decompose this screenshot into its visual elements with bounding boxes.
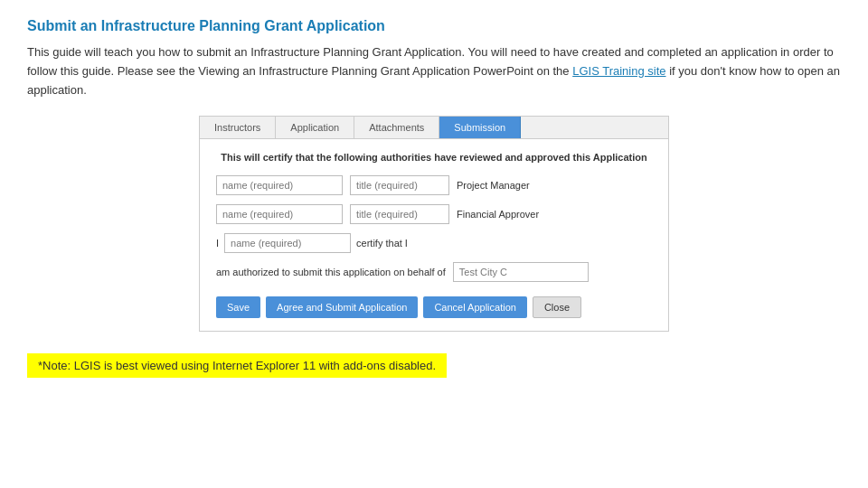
certify-prefix: I	[216, 238, 219, 249]
page-title: Submit an Infrastructure Planning Grant …	[27, 18, 841, 34]
project-manager-row: Project Manager	[216, 175, 652, 195]
certify-suffix: certify that I	[356, 238, 408, 249]
tab-bar: Instructors Application Attachments Subm…	[200, 117, 668, 139]
behalf-value-input[interactable]	[453, 262, 589, 282]
project-manager-role-label: Project Manager	[457, 180, 530, 191]
form-area: This will certify that the following aut…	[200, 139, 668, 331]
certify-row: I certify that I	[216, 233, 652, 253]
financial-approver-name-input[interactable]	[216, 204, 343, 224]
lgis-training-link[interactable]: LGIS Training site	[572, 64, 665, 78]
tab-attachments[interactable]: Attachments	[354, 117, 439, 138]
save-button[interactable]: Save	[216, 296, 260, 318]
agree-submit-button[interactable]: Agree and Submit Application	[266, 296, 418, 318]
project-manager-name-input[interactable]	[216, 175, 343, 195]
note-bar: *Note: LGIS is best viewed using Interne…	[27, 353, 447, 378]
financial-approver-title-input[interactable]	[350, 204, 449, 224]
financial-approver-row: Financial Approver	[216, 204, 652, 224]
cancel-application-button[interactable]: Cancel Application	[423, 296, 527, 318]
behalf-prefix: am authorized to submit this application…	[216, 267, 446, 277]
intro-paragraph: This guide will teach you how to submit …	[27, 43, 841, 99]
tab-submission[interactable]: Submission	[439, 117, 521, 138]
certify-heading: This will certify that the following aut…	[216, 152, 652, 163]
project-manager-title-input[interactable]	[350, 175, 449, 195]
tab-instructors[interactable]: Instructors	[200, 117, 276, 138]
certify-name-input[interactable]	[224, 233, 351, 253]
action-buttons: Save Agree and Submit Application Cancel…	[216, 296, 652, 318]
behalf-row: am authorized to submit this application…	[216, 262, 652, 282]
application-screenshot: Instructors Application Attachments Subm…	[199, 116, 669, 332]
financial-approver-role-label: Financial Approver	[457, 209, 539, 220]
close-button[interactable]: Close	[533, 296, 581, 318]
tab-application[interactable]: Application	[276, 117, 354, 138]
